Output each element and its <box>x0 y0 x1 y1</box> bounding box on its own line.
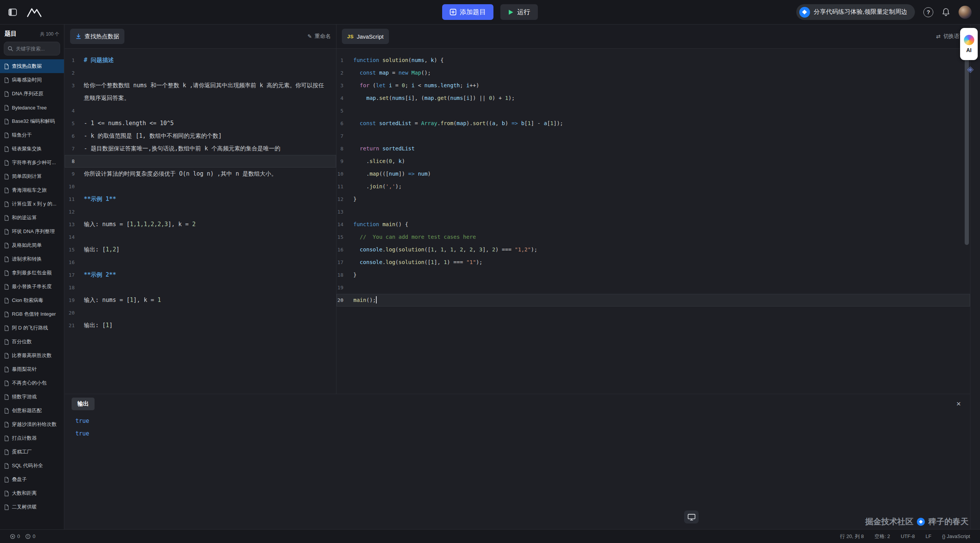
editor-line[interactable]: 10 .map(([num]) => num) <box>336 168 970 180</box>
sidebar-item[interactable]: RGB 色值转 Integer <box>0 307 64 321</box>
editor-line[interactable]: 3给你一个整数数组 nums 和一个整数 k ,请你返回其中出现频率前 k 高的… <box>65 79 336 104</box>
sidebar-item[interactable]: 最小替换子串长度 <box>0 280 64 294</box>
sidebar-item[interactable]: 打点计数器 <box>0 431 64 445</box>
sidebar-item[interactable]: 查找热点数据 <box>0 59 64 73</box>
sidebar-item[interactable]: Cion 勒索病毒 <box>0 294 64 307</box>
app-logo-icon[interactable] <box>27 7 42 17</box>
editor-line[interactable]: 9你所设计算法的时间复杂度必须优于 O(n log n) ,其中 n 是数组大小… <box>65 168 336 180</box>
editor-line[interactable]: 7- 题目数据保证答案唯一,换句话说,数组中前 k 个高频元素的集合是唯一的 <box>65 142 336 155</box>
sidebar-item[interactable]: 拿到最多红包金额 <box>0 266 64 280</box>
eol-setting[interactable]: LF <box>926 533 931 539</box>
sidebar-item[interactable]: 暴雨梨花针 <box>0 362 64 376</box>
editor-line[interactable]: 12} <box>336 193 970 205</box>
help-icon[interactable]: ? <box>923 7 933 17</box>
editor-line[interactable]: 13输入: nums = [1,1,1,2,2,3], k = 2 <box>65 218 336 231</box>
editor-line[interactable]: 11 .join(','); <box>336 180 970 193</box>
editor-line[interactable]: 16 console.log(solution([1, 1, 1, 2, 2, … <box>336 243 970 256</box>
sidebar-item[interactable]: 青海湖租车之旅 <box>0 183 64 197</box>
editor-line[interactable]: 2 const map = new Map(); <box>336 67 970 79</box>
sidebar-item[interactable]: SQL 代码补全 <box>0 459 64 473</box>
sidebar-item[interactable]: 和的逆运算 <box>0 211 64 225</box>
sidebar-item[interactable]: 百分位数 <box>0 335 64 349</box>
sidebar-item[interactable]: Bytedance Tree <box>0 101 64 114</box>
editor-line[interactable]: 17 console.log(solution([1], 1) === "1")… <box>336 256 970 269</box>
editor-line[interactable]: 8 <box>65 155 336 168</box>
add-problem-button[interactable]: 添加题目 <box>442 4 493 20</box>
editor-line[interactable]: 1function solution(nums, k) { <box>336 54 970 67</box>
sidebar-item[interactable]: 环状 DNA 序列整理 <box>0 225 64 238</box>
sidebar-item[interactable]: 比赛最高获胜次数 <box>0 349 64 362</box>
sidebar-item[interactable]: 阿 D 的飞行路线 <box>0 321 64 335</box>
close-icon[interactable]: × <box>954 400 963 408</box>
sidebar-toggle-icon[interactable] <box>8 8 17 16</box>
editor-line[interactable]: 5- 1 <= nums.length <= 10^5 <box>65 117 336 130</box>
editor-scrollbar[interactable] <box>965 54 969 245</box>
sidebar-item[interactable]: Base32 编码和解码 <box>0 114 64 128</box>
bell-icon[interactable] <box>942 8 950 16</box>
language-tab[interactable]: JS JavaScript <box>342 29 389 44</box>
editor-line[interactable]: 4 map.set(nums[i], (map.get(nums[i]) || … <box>336 92 970 104</box>
editor-line[interactable]: 12 <box>65 205 336 218</box>
error-counter[interactable]: 0 <box>10 533 20 539</box>
editor-line[interactable]: 15输出: [1,2] <box>65 243 336 256</box>
output-tab[interactable]: 输出 <box>72 398 95 410</box>
editor-line[interactable]: 5 <box>336 104 970 117</box>
sidebar-item[interactable]: 猜数字游戏 <box>0 390 64 404</box>
editor-line[interactable]: 3 for (let i = 0; i < nums.length; i++) <box>336 79 970 92</box>
code-editor[interactable]: 1function solution(nums, k) {2 const map… <box>336 49 970 394</box>
editor-line[interactable]: 15 // You can add more test cases here <box>336 231 970 243</box>
rename-button[interactable]: ✎ 重命名 <box>307 33 331 40</box>
sidebar-item[interactable]: 二叉树供暖 <box>0 500 64 514</box>
sidebar-item[interactable]: 蛋糕工厂 <box>0 445 64 459</box>
sidebar-item[interactable]: 不再贪心的小包 <box>0 376 64 390</box>
problem-tab[interactable]: 查找热点数据 <box>70 29 124 44</box>
sidebar-item[interactable]: 及格如此简单 <box>0 238 64 252</box>
editor-line[interactable]: 14 <box>65 231 336 243</box>
language-mode[interactable]: {} JavaScript <box>942 533 970 539</box>
editor-line[interactable]: 7 <box>336 130 970 142</box>
promo-banner[interactable]: 分享代码练习体验,领限量定制周边 <box>796 4 915 20</box>
editor-line[interactable]: 18 <box>65 281 336 294</box>
avatar[interactable] <box>959 6 972 19</box>
editor-line[interactable]: 6 const sortedList = Array.from(map).sor… <box>336 117 970 130</box>
indent-setting[interactable]: 空格: 2 <box>875 533 890 540</box>
sidebar-item[interactable]: 链表聚集交换 <box>0 142 64 156</box>
editor-line[interactable]: 9 .slice(0, k) <box>336 155 970 168</box>
editor-line[interactable]: 16 <box>65 256 336 269</box>
editor-line[interactable]: 4 <box>65 104 336 117</box>
editor-line[interactable]: 18} <box>336 269 970 281</box>
editor-line[interactable]: 1# 问题描述 <box>65 54 336 67</box>
sidebar-item[interactable]: 进制求和转换 <box>0 252 64 266</box>
editor-line[interactable]: 20 <box>65 307 336 319</box>
editor-line[interactable]: 19 <box>336 281 970 294</box>
ai-assistant-widget[interactable]: AI <box>960 28 978 60</box>
problem-editor[interactable]: 1# 问题描述23给你一个整数数组 nums 和一个整数 k ,请你返回其中出现… <box>65 49 336 394</box>
editor-line[interactable]: 2 <box>65 67 336 79</box>
search-input[interactable] <box>16 46 56 52</box>
sidebar-item[interactable]: 创意标题匹配 <box>0 404 64 417</box>
editor-line[interactable]: 14function main() { <box>336 218 970 231</box>
sidebar-item[interactable]: 字符串有多少种可... <box>0 156 64 170</box>
run-button[interactable]: 运行 <box>500 4 538 20</box>
cursor-position[interactable]: 行 20, 列 8 <box>840 533 864 540</box>
sidebar-item[interactable]: 穿越沙漠的补给次数 <box>0 417 64 431</box>
search-box[interactable] <box>4 42 60 55</box>
sidebar-item[interactable]: 猫鱼分干 <box>0 128 64 142</box>
editor-line[interactable]: 11**示例 1** <box>65 193 336 205</box>
editor-line[interactable]: 13 <box>336 205 970 218</box>
warning-counter[interactable]: 0 <box>25 533 35 539</box>
sidebar-item[interactable]: 大数和距离 <box>0 486 64 500</box>
extension-icon[interactable]: ◈ <box>965 64 975 74</box>
editor-line[interactable]: 21输出: [1] <box>65 319 336 332</box>
sidebar-item[interactable]: 病毒感染时间 <box>0 73 64 87</box>
editor-line[interactable]: 8 return sortedList <box>336 142 970 155</box>
editor-line[interactable]: 10 <box>65 180 336 193</box>
editor-line[interactable]: 20main(); <box>336 294 970 307</box>
editor-line[interactable]: 17**示例 2** <box>65 269 336 281</box>
screen-monitor-button[interactable] <box>684 510 699 523</box>
sidebar-item[interactable]: 简单四则计算 <box>0 170 64 183</box>
encoding[interactable]: UTF-8 <box>901 533 915 539</box>
editor-line[interactable]: 6- k 的取值范围是 [1, 数组中不相同的元素的个数] <box>65 130 336 142</box>
sidebar-item[interactable]: DNA 序列还原 <box>0 87 64 101</box>
sidebar-item[interactable]: 叠盘子 <box>0 473 64 486</box>
